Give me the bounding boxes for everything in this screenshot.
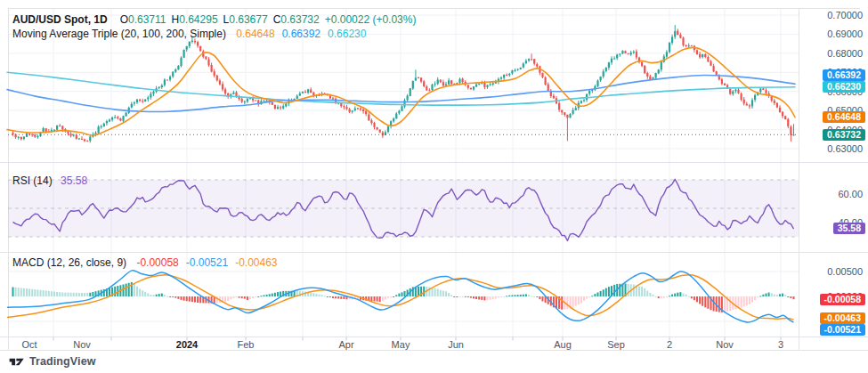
candle-body[interactable] bbox=[569, 114, 571, 118]
candle-body[interactable] bbox=[111, 118, 113, 120]
candle-body[interactable] bbox=[126, 113, 127, 117]
candle-body[interactable] bbox=[277, 107, 279, 109]
candle-body[interactable] bbox=[649, 77, 651, 79]
candle-body[interactable] bbox=[633, 52, 635, 53]
candle-body[interactable] bbox=[682, 37, 684, 45]
candle-body[interactable] bbox=[310, 90, 312, 93]
candle-body[interactable] bbox=[500, 77, 502, 79]
candle-body[interactable] bbox=[70, 134, 72, 135]
candle-body[interactable] bbox=[94, 133, 96, 134]
candle-body[interactable] bbox=[699, 54, 701, 58]
candle-body[interactable] bbox=[56, 126, 58, 130]
candle-body[interactable] bbox=[531, 60, 532, 61]
candle-body[interactable] bbox=[299, 93, 301, 96]
candle-body[interactable] bbox=[450, 80, 452, 84]
candle-body[interactable] bbox=[142, 101, 143, 101]
candle-body[interactable] bbox=[588, 91, 590, 94]
candle-body[interactable] bbox=[528, 59, 530, 61]
candle-body[interactable] bbox=[702, 54, 703, 57]
candle-body[interactable] bbox=[523, 63, 524, 67]
candle-body[interactable] bbox=[483, 83, 485, 87]
candle-body[interactable] bbox=[671, 36, 673, 43]
candle-body[interactable] bbox=[704, 54, 706, 57]
candle-body[interactable] bbox=[343, 106, 345, 107]
candle-body[interactable] bbox=[541, 73, 543, 77]
candle-body[interactable] bbox=[533, 59, 535, 63]
candle-body[interactable] bbox=[207, 60, 209, 66]
candle-body[interactable] bbox=[437, 79, 439, 84]
candle-body[interactable] bbox=[302, 92, 304, 93]
candle-body[interactable] bbox=[751, 100, 753, 106]
candle-body[interactable] bbox=[280, 108, 281, 109]
candle-body[interactable] bbox=[442, 82, 444, 85]
candle-body[interactable] bbox=[506, 75, 507, 76]
candle-body[interactable] bbox=[403, 101, 405, 107]
candle-body[interactable] bbox=[575, 108, 577, 110]
candle-body[interactable] bbox=[241, 99, 243, 102]
candle-body[interactable] bbox=[616, 54, 618, 58]
candle-body[interactable] bbox=[59, 126, 61, 126]
candle-body[interactable] bbox=[467, 85, 469, 87]
candle-body[interactable] bbox=[177, 66, 179, 69]
candle-body[interactable] bbox=[122, 116, 124, 121]
candle-body[interactable] bbox=[134, 102, 135, 103]
candle-body[interactable] bbox=[679, 35, 681, 38]
candle-body[interactable] bbox=[205, 56, 207, 59]
candle-body[interactable] bbox=[81, 139, 83, 140]
candle-body[interactable] bbox=[161, 85, 163, 87]
candle-body[interactable] bbox=[373, 123, 375, 127]
candle-body[interactable] bbox=[395, 114, 397, 119]
candle-body[interactable] bbox=[412, 81, 414, 89]
candle-body[interactable] bbox=[445, 85, 447, 86]
candle-body[interactable] bbox=[558, 103, 560, 109]
candle-body[interactable] bbox=[407, 96, 409, 101]
candle-body[interactable] bbox=[771, 96, 773, 101]
candle-body[interactable] bbox=[646, 73, 648, 77]
candle-body[interactable] bbox=[428, 90, 430, 91]
candle-body[interactable] bbox=[749, 105, 750, 106]
candle-body[interactable] bbox=[511, 70, 513, 73]
candle-body[interactable] bbox=[677, 31, 678, 36]
candle-body[interactable] bbox=[548, 85, 549, 91]
candle-body[interactable] bbox=[674, 31, 676, 36]
candle-body[interactable] bbox=[304, 92, 306, 93]
candle-body[interactable] bbox=[741, 93, 742, 100]
candle-body[interactable] bbox=[76, 135, 77, 139]
candle-body[interactable] bbox=[440, 80, 442, 83]
candle-body[interactable] bbox=[345, 107, 347, 109]
ma-indicator-legend[interactable]: Moving Average Triple (20, 100, 200, Sim… bbox=[12, 28, 366, 40]
candle-body[interactable] bbox=[691, 45, 693, 46]
candle-body[interactable] bbox=[296, 96, 298, 99]
candle-body[interactable] bbox=[272, 102, 273, 105]
candle-body[interactable] bbox=[101, 126, 102, 127]
candle-body[interactable] bbox=[114, 118, 116, 118]
candle-body[interactable] bbox=[420, 77, 422, 81]
candle-body[interactable] bbox=[37, 136, 38, 137]
candle-body[interactable] bbox=[219, 80, 221, 84]
candle-body[interactable] bbox=[247, 99, 248, 101]
symbol-legend[interactable]: AUD/USD Spot, 1DO0.63711H0.64295L0.63677… bbox=[12, 13, 416, 26]
candle-body[interactable] bbox=[216, 76, 218, 81]
candle-body[interactable] bbox=[387, 126, 389, 132]
candle-body[interactable] bbox=[109, 120, 110, 122]
candle-body[interactable] bbox=[285, 104, 287, 107]
candle-body[interactable] bbox=[263, 101, 264, 101]
candle-body[interactable] bbox=[31, 134, 33, 135]
candle-body[interactable] bbox=[222, 84, 223, 89]
candle-body[interactable] bbox=[169, 77, 171, 80]
candle-body[interactable] bbox=[186, 46, 188, 50]
candle-body[interactable] bbox=[644, 66, 645, 73]
candle-body[interactable] bbox=[621, 51, 623, 53]
candle-body[interactable] bbox=[78, 139, 80, 140]
candle-body[interactable] bbox=[274, 105, 276, 109]
candle-body[interactable] bbox=[628, 53, 629, 54]
candle-body[interactable] bbox=[244, 101, 246, 102]
candle-body[interactable] bbox=[517, 69, 519, 70]
candle-body[interactable] bbox=[566, 115, 568, 118]
candle-body[interactable] bbox=[423, 81, 425, 86]
candle-body[interactable] bbox=[721, 79, 723, 84]
candle-body[interactable] bbox=[61, 126, 63, 130]
candle-body[interactable] bbox=[746, 104, 748, 106]
candle-body[interactable] bbox=[370, 120, 372, 123]
candle-body[interactable] bbox=[398, 111, 400, 114]
